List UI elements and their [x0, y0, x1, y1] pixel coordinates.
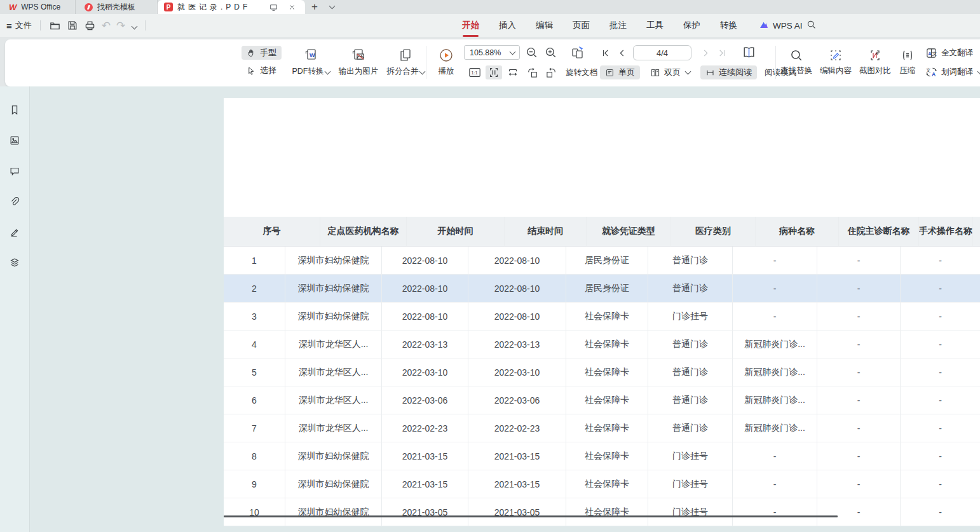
cell-end-date: 2022-08-10 [468, 247, 566, 274]
cell-diagnosis-name: - [817, 303, 901, 330]
layers-icon[interactable] [6, 254, 23, 271]
cell-operation-name: - [901, 275, 980, 302]
customize-toolbar-chevron-icon[interactable] [131, 20, 137, 31]
next-page-button[interactable] [699, 47, 712, 58]
split-merge-button[interactable]: 拆分合并 [381, 44, 430, 81]
cursor-icon [247, 66, 256, 76]
edit-content-button[interactable]: 编辑内容 [816, 44, 855, 81]
wps-ai-logo-icon [759, 20, 769, 31]
rotate-right-button[interactable] [543, 65, 559, 79]
last-page-button[interactable] [716, 47, 728, 58]
cell-start-date: 2022-08-10 [382, 247, 468, 274]
rotate-left-button[interactable] [524, 65, 540, 79]
menu-tab-tools[interactable]: 工具 [646, 18, 664, 32]
menu-tab-home[interactable]: 开始 [461, 18, 480, 32]
cell-institution: 深圳市龙华区人... [285, 331, 382, 358]
single-page-icon [605, 68, 615, 78]
zoom-level-input[interactable] [468, 48, 509, 58]
table-header-row: 序号定点医药机构名称开始时间结束时间就诊凭证类型医疗类别病种名称住院主诊断名称手… [224, 217, 980, 247]
play-button[interactable]: 播放 [432, 44, 460, 81]
zoom-out-button[interactable] [525, 46, 538, 59]
play-label: 播放 [439, 66, 454, 77]
wps-logo-icon: W [9, 3, 17, 12]
tab-medical-record-pdf[interactable]: P 就医记录.PDF [158, 0, 305, 14]
svg-text:A: A [932, 71, 936, 78]
tab-list-chevron-icon[interactable] [324, 0, 338, 14]
ribbon-toolbar: 手型 选择 W PDF转换 输出为图片 [5, 39, 980, 86]
hand-tool-button[interactable]: 手型 [242, 46, 282, 60]
attachment-icon[interactable] [6, 193, 23, 210]
screenshot-compare-label: 截图对比 [859, 65, 891, 76]
rotate-doc-label[interactable]: 旋转文档 [566, 67, 597, 78]
cell-end-date: 2022-08-10 [468, 303, 566, 330]
zoom-in-button[interactable] [544, 46, 557, 59]
cell-medical-category: 门诊挂号 [648, 470, 733, 498]
cell-index: 4 [224, 331, 285, 358]
save-icon[interactable] [67, 20, 78, 31]
cell-credential-type: 社会保障卡 [566, 470, 648, 498]
cell-start-date: 2022-08-10 [382, 275, 468, 302]
zoom-level-control[interactable] [464, 45, 520, 60]
tab-wps-office[interactable]: W WPS Office [0, 0, 76, 14]
menu-tab-page[interactable]: 页面 [572, 18, 590, 32]
cell-index: 3 [224, 303, 285, 330]
word-translate-button[interactable]: 文 A 划词翻译 [925, 66, 980, 78]
cell-medical-category: 普通门诊 [648, 247, 733, 274]
screen-cast-icon[interactable] [266, 3, 280, 12]
first-page-button[interactable] [599, 47, 611, 58]
pdf-convert-button[interactable]: W PDF转换 [287, 44, 334, 81]
signature-pen-icon[interactable] [6, 224, 23, 240]
menu-tab-convert[interactable]: 转换 [719, 18, 738, 32]
cell-diagnosis-name: - [817, 247, 901, 274]
cell-credential-type: 社会保障卡 [566, 358, 648, 386]
new-tab-button[interactable]: + [305, 0, 324, 14]
full-translate-button[interactable]: A 文 全文翻译 [925, 47, 973, 59]
single-page-button[interactable]: 单页 [600, 65, 640, 79]
replace-pages-button[interactable] [569, 44, 586, 61]
full-translate-label: 全文翻译 [941, 48, 973, 58]
print-icon[interactable] [84, 20, 96, 32]
menu-tab-insert[interactable]: 插入 [498, 18, 517, 32]
export-as-image-button[interactable]: 输出为图片 [334, 44, 383, 81]
find-replace-button[interactable]: 查找替换 [777, 44, 816, 81]
previous-page-button[interactable] [615, 47, 628, 58]
wps-ai-button[interactable]: WPS AI [759, 14, 803, 37]
menu-search-icon[interactable] [806, 19, 817, 30]
toolbar-separator [775, 46, 776, 79]
select-tool-button[interactable]: 选择 [242, 64, 282, 78]
page-indicator-input[interactable] [639, 48, 686, 58]
fit-width-button[interactable] [505, 65, 521, 79]
cell-disease-name: - [733, 470, 817, 498]
cell-medical-category: 普通门诊 [648, 275, 733, 302]
open-file-icon[interactable] [49, 20, 61, 32]
cell-end-date: 2022-03-06 [468, 386, 566, 414]
cell-diagnosis-name: - [817, 414, 901, 442]
menu-tab-protect[interactable]: 保护 [683, 18, 701, 32]
cell-diagnosis-name: - [817, 331, 901, 358]
double-page-icon [650, 68, 660, 78]
continuous-read-button[interactable]: 连续阅读 [700, 65, 757, 79]
reading-mode-book-icon[interactable] [741, 44, 757, 60]
cell-diagnosis-name: - [817, 498, 901, 526]
page-thumbnail-icon[interactable] [6, 132, 23, 149]
fit-page-button[interactable] [486, 65, 502, 79]
tab-docer-templates[interactable]: 找稻壳模板 [76, 0, 158, 14]
file-menu-button[interactable]: ≡ 文件 [6, 20, 32, 31]
actual-size-button[interactable]: 1:1 [466, 65, 483, 79]
screenshot-compare-button[interactable]: 截图对比 [855, 44, 895, 81]
menu-tab-comment[interactable]: 批注 [609, 18, 627, 32]
page-indicator-control[interactable] [633, 45, 691, 60]
undo-icon[interactable]: ↶ [102, 20, 111, 31]
double-page-button[interactable]: 双页 [645, 65, 695, 79]
cell-medical-category: 普通门诊 [648, 386, 733, 414]
cell-credential-type: 社会保障卡 [566, 498, 648, 526]
menu-tab-edit[interactable]: 编辑 [535, 18, 554, 32]
redo-icon[interactable]: ↷ [116, 20, 125, 31]
cell-end-date: 2021-03-05 [468, 498, 566, 526]
cell-start-date: 2021-03-15 [382, 470, 468, 498]
bookmark-icon[interactable] [6, 102, 23, 118]
quick-access-toolbar: ≡ 文件 ↶ ↷ [6, 14, 148, 37]
comment-panel-icon[interactable] [6, 163, 23, 179]
compress-button[interactable]: 压缩 [894, 44, 922, 81]
close-tab-icon[interactable] [285, 3, 299, 11]
